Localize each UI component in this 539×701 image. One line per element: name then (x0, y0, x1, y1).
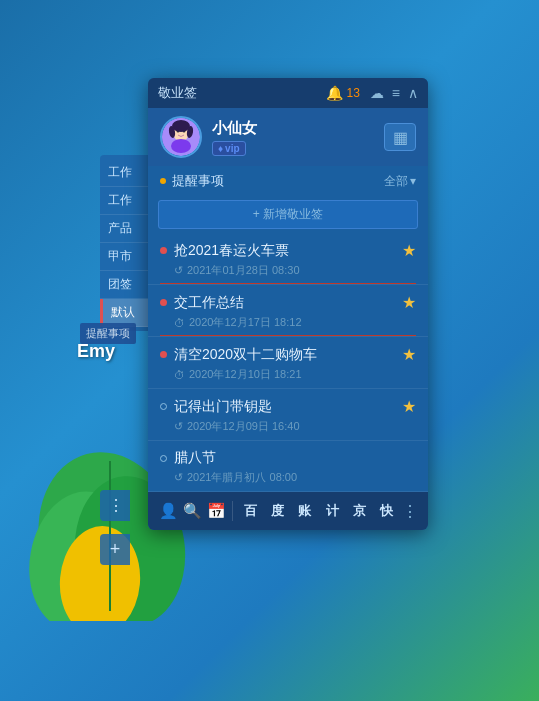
task-dot (160, 299, 167, 306)
task-meta-text: 2020年12月10日 18:21 (189, 367, 416, 382)
titlebar-controls: ☁ ≡ ∧ (370, 85, 418, 101)
vip-diamond-icon: ♦ (218, 143, 223, 154)
toolbar-app-account[interactable]: 账 (293, 498, 316, 524)
section-dot (160, 178, 166, 184)
username: 小仙女 (212, 119, 384, 138)
task-repeat-icon: ↺ (174, 264, 183, 277)
toolbar-app-calculator[interactable]: 计 (321, 498, 344, 524)
widget-titlebar: 敬业签 🔔 13 ☁ ≡ ∧ (148, 78, 428, 108)
task-star-icon[interactable]: ★ (402, 241, 416, 260)
task-meta-row: ↺ 2021年腊月初八 08:00 (160, 470, 416, 485)
task-item[interactable]: 腊八节 ↺ 2021年腊月初八 08:00 (148, 441, 428, 492)
toolbar-app-baidu[interactable]: 百 (239, 498, 262, 524)
task-title-row: 清空2020双十二购物车 ★ (160, 345, 416, 364)
sidebar-panel: 工作 工作 产品 甲市 团签 默认 (100, 155, 150, 331)
section-more-arrow: ▾ (410, 174, 416, 188)
toolbar-contacts-icon[interactable]: 👤 (158, 498, 178, 524)
task-item[interactable]: 交工作总结 ★ ⏱ 2020年12月17日 18:12 (148, 285, 428, 337)
task-meta-row: ⏱ 2020年12月17日 18:12 (160, 315, 416, 330)
task-star-icon[interactable]: ★ (402, 397, 416, 416)
section-title: 提醒事项 (172, 172, 384, 190)
task-item[interactable]: 记得出门带钥匙 ★ ↺ 2020年12月09日 16:40 (148, 389, 428, 441)
menu-icon[interactable]: ≡ (392, 85, 400, 101)
widget-panel: 敬业签 🔔 13 ☁ ≡ ∧ (148, 78, 428, 530)
sidebar-add-button[interactable]: + (100, 534, 130, 565)
toolbar-app-jd[interactable]: 京 (348, 498, 371, 524)
task-clock-icon: ⏱ (174, 317, 185, 329)
task-title-row: 交工作总结 ★ (160, 293, 416, 312)
task-title-row: 记得出门带钥匙 ★ (160, 397, 416, 416)
badge-count: 13 (346, 86, 359, 100)
task-dot (160, 351, 167, 358)
task-star-icon[interactable]: ★ (402, 345, 416, 364)
task-title: 腊八节 (174, 449, 416, 467)
sidebar-item-2[interactable]: 工作 (100, 187, 150, 215)
task-title-row: 抢2021春运火车票 ★ (160, 241, 416, 260)
sidebar-item-5[interactable]: 团签 (100, 271, 150, 299)
emy-label: Emy (77, 341, 115, 362)
widget-toolbar: 👤 🔍 📅 百 度 账 计 京 快 ⋮ (148, 492, 428, 530)
task-item[interactable]: 清空2020双十二购物车 ★ ⏱ 2020年12月10日 18:21 (148, 337, 428, 389)
task-dot (160, 247, 167, 254)
add-input-row: + 新增敬业签 (148, 196, 428, 233)
user-info: 小仙女 ♦ vip (212, 119, 384, 156)
task-meta-text: 2020年12月09日 16:40 (187, 419, 416, 434)
toolbar-divider (232, 501, 233, 521)
task-title: 记得出门带钥匙 (174, 398, 402, 416)
task-meta-row: ↺ 2021年01月28日 08:30 (160, 263, 416, 278)
vip-badge: ♦ vip (212, 141, 246, 156)
toolbar-more-icon[interactable]: ⋮ (402, 502, 418, 521)
task-clock-icon: ⏱ (174, 369, 185, 381)
sidebar-tooltip: 提醒事项 (80, 323, 136, 344)
svg-point-7 (171, 139, 191, 153)
toolbar-search-icon[interactable]: 🔍 (182, 498, 202, 524)
task-item[interactable]: 抢2021春运火车票 ★ ↺ 2021年01月28日 08:30 (148, 233, 428, 285)
section-more-label: 全部 (384, 173, 408, 190)
task-dot-empty (160, 455, 167, 462)
task-title: 交工作总结 (174, 294, 402, 312)
collapse-icon[interactable]: ∧ (408, 85, 418, 101)
calendar-icon: ▦ (393, 128, 408, 147)
task-list: 抢2021春运火车票 ★ ↺ 2021年01月28日 08:30 交工作总结 ★… (148, 233, 428, 492)
task-repeat-icon: ↺ (174, 471, 183, 484)
section-more-button[interactable]: 全部 ▾ (384, 173, 416, 190)
add-task-input[interactable]: + 新增敬业签 (158, 200, 418, 229)
cloud-icon[interactable]: ☁ (370, 85, 384, 101)
vip-label: vip (225, 143, 239, 154)
sidebar-bottom: ⋮ (100, 490, 130, 521)
sidebar-item-3[interactable]: 产品 (100, 215, 150, 243)
task-meta-row: ⏱ 2020年12月10日 18:21 (160, 367, 416, 382)
task-meta-row: ↺ 2020年12月09日 16:40 (160, 419, 416, 434)
task-meta-text: 2020年12月17日 18:12 (189, 315, 416, 330)
bell-icon: 🔔 (326, 85, 343, 101)
task-title-row: 腊八节 (160, 449, 416, 467)
svg-point-10 (172, 120, 190, 132)
task-repeat-icon: ↺ (174, 420, 183, 433)
task-meta-text: 2021年腊月初八 08:00 (187, 470, 416, 485)
widget-title: 敬业签 (158, 84, 326, 102)
user-avatar[interactable] (160, 116, 202, 158)
notification-badge: 🔔 13 (326, 85, 359, 101)
toolbar-app-du[interactable]: 度 (266, 498, 289, 524)
avatar-image (162, 118, 200, 156)
sidebar-item-1[interactable]: 工作 (100, 159, 150, 187)
task-star-icon[interactable]: ★ (402, 293, 416, 312)
task-title: 抢2021春运火车票 (174, 242, 402, 260)
user-header: 小仙女 ♦ vip ▦ (148, 108, 428, 166)
calendar-button[interactable]: ▦ (384, 123, 416, 151)
task-meta-text: 2021年01月28日 08:30 (187, 263, 416, 278)
toolbar-calendar-icon[interactable]: 📅 (206, 498, 226, 524)
task-title: 清空2020双十二购物车 (174, 346, 402, 364)
sidebar-item-4[interactable]: 甲市 (100, 243, 150, 271)
section-header: 提醒事项 全部 ▾ (148, 166, 428, 196)
sidebar-more-button[interactable]: ⋮ (100, 490, 130, 521)
toolbar-app-kuai[interactable]: 快 (375, 498, 398, 524)
task-dot-empty (160, 403, 167, 410)
